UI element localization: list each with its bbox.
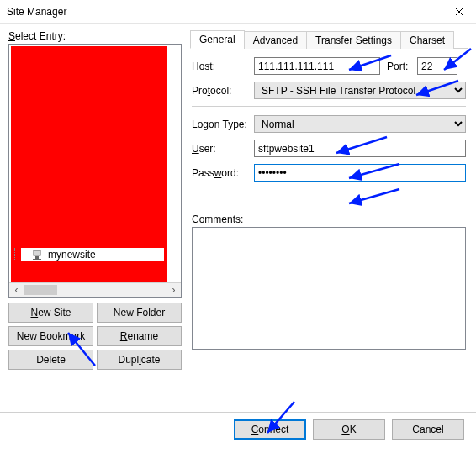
tab-charset[interactable]: Charset [400,31,454,49]
password-label: Password: [192,167,251,179]
tree-connector-h [14,255,21,255]
logon-type-label: Logon Type: [192,119,251,130]
tab-general[interactable]: General [190,30,245,49]
redacted-area [11,46,167,282]
protocol-select[interactable]: SFTP - SSH File Transfer Protocol [254,82,466,99]
port-label: Port: [387,61,414,72]
delete-button[interactable]: Delete [8,350,93,370]
comments-textarea[interactable] [192,227,466,350]
close-button[interactable] [442,0,476,24]
horizontal-scrollbar[interactable]: ‹ › [9,282,181,297]
new-site-button[interactable]: New Site [8,303,93,323]
titlebar: Site Manager [0,0,476,24]
scroll-left-arrow[interactable]: ‹ [9,283,24,297]
duplicate-button[interactable]: Duplicate [97,350,182,370]
user-label: User: [192,143,251,155]
svg-rect-1 [35,256,39,259]
window-title: Site Manager [7,6,66,18]
comments-label: Comments: [192,213,466,225]
rename-button[interactable]: Rename [97,326,182,346]
protocol-label: Protocol: [192,85,251,97]
tree-item-mynewsite[interactable]: mynewsite [21,248,164,261]
select-entry-label: Select Entry: [8,30,182,42]
cancel-button[interactable]: Cancel [392,419,464,440]
user-input[interactable] [254,140,466,157]
server-icon [31,249,43,261]
scroll-thumb[interactable] [24,285,57,295]
tab-advanced[interactable]: Advanced [244,31,307,49]
port-input[interactable] [417,57,457,75]
svg-rect-0 [34,250,40,255]
password-input[interactable] [254,164,466,182]
logon-type-select[interactable]: Normal [254,115,466,133]
scroll-right-arrow[interactable]: › [167,283,181,297]
svg-rect-2 [33,259,41,260]
connect-button[interactable]: Connect [234,419,306,440]
ok-button[interactable]: OK [313,419,385,440]
tab-bar: General Advanced Transfer Settings Chars… [190,30,468,49]
divider [192,106,466,107]
tab-transfer-settings[interactable]: Transfer Settings [306,31,401,49]
close-icon [455,8,463,16]
host-input[interactable] [254,57,380,75]
scroll-track[interactable] [57,283,167,297]
host-label: Host: [192,61,251,72]
new-bookmark-button[interactable]: New Bookmark [8,326,93,346]
site-tree[interactable]: mynewsite ‹ › [8,44,182,298]
dialog-footer: Connect OK Cancel [0,412,476,445]
tree-item-label: mynewsite [48,249,96,261]
new-folder-button[interactable]: New Folder [97,303,182,323]
